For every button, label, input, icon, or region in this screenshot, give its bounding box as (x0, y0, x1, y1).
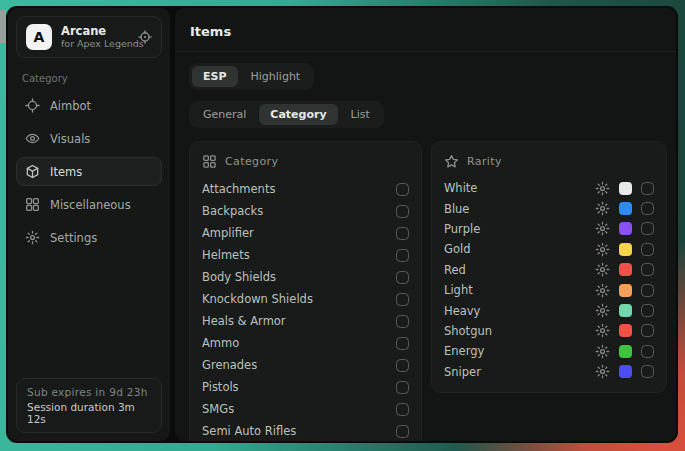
category-row-attachments[interactable]: Attachments (202, 178, 409, 200)
color-swatch-blue[interactable] (619, 202, 632, 215)
checkbox-light[interactable] (641, 284, 654, 297)
category-row-body-shields[interactable]: Body Shields (202, 266, 409, 288)
mode-button-esp[interactable]: ESP (192, 66, 238, 87)
checkbox-ammo[interactable] (396, 337, 409, 350)
category-row-grenades[interactable]: Grenades (202, 354, 409, 376)
checkbox-body-shields[interactable] (396, 271, 409, 284)
rarity-row-energy[interactable]: Energy (444, 341, 654, 361)
rarity-row-sniper[interactable]: Sniper (444, 362, 654, 382)
checkbox-purple[interactable] (641, 222, 654, 235)
rarity-row-label: White (444, 181, 595, 195)
category-row-label: Amplifier (202, 226, 254, 240)
category-row-knockdown-shields[interactable]: Knockdown Shields (202, 288, 409, 310)
checkbox-knockdown-shields[interactable] (396, 293, 409, 306)
checkbox-helmets[interactable] (396, 249, 409, 262)
rarity-row-light[interactable]: Light (444, 280, 654, 300)
category-list: AttachmentsBackpacksAmplifierHelmetsBody… (202, 178, 409, 441)
color-swatch-shotgun[interactable] (619, 324, 632, 337)
sidebar-item-aimbot[interactable]: Aimbot (16, 91, 162, 120)
rarity-row-label: Blue (444, 202, 595, 216)
category-row-backpacks[interactable]: Backpacks (202, 200, 409, 222)
sidebar-item-items[interactable]: Items (16, 157, 162, 186)
mode-toggle-group: ESPHighlight (189, 63, 314, 90)
gear-icon[interactable] (595, 262, 610, 277)
category-row-semi-auto-rifles[interactable]: Semi Auto Rifles (202, 420, 409, 441)
gear-icon[interactable] (595, 364, 610, 379)
color-swatch-gold[interactable] (619, 243, 632, 256)
color-swatch-red[interactable] (619, 263, 632, 276)
color-swatch-light[interactable] (619, 284, 632, 297)
gear-icon (25, 230, 40, 245)
rarity-row-shotgun[interactable]: Shotgun (444, 321, 654, 341)
rarity-row-white[interactable]: White (444, 178, 654, 198)
sidebar-item-label: Settings (50, 231, 97, 245)
category-row-heals-armor[interactable]: Heals & Armor (202, 310, 409, 332)
checkbox-gold[interactable] (641, 243, 654, 256)
tab-list[interactable]: List (340, 104, 381, 125)
category-row-label: Pistols (202, 380, 239, 394)
checkbox-amplifier[interactable] (396, 227, 409, 240)
tab-general[interactable]: General (192, 104, 257, 125)
mode-button-highlight[interactable]: Highlight (240, 66, 312, 87)
checkbox-red[interactable] (641, 263, 654, 276)
sidebar-item-miscellaneous[interactable]: Miscellaneous (16, 190, 162, 219)
main-header: Items (175, 8, 676, 52)
gear-icon[interactable] (595, 181, 610, 196)
category-row-ammo[interactable]: Ammo (202, 332, 409, 354)
category-row-label: SMGs (202, 402, 234, 416)
rarity-panel: Rarity WhiteBluePurpleGoldRedLightHeavyS… (431, 141, 667, 393)
color-swatch-white[interactable] (619, 182, 632, 195)
category-row-amplifier[interactable]: Amplifier (202, 222, 409, 244)
gear-icon[interactable] (595, 344, 610, 359)
rarity-row-heavy[interactable]: Heavy (444, 300, 654, 320)
rarity-row-red[interactable]: Red (444, 260, 654, 280)
checkbox-pistols[interactable] (396, 381, 409, 394)
color-swatch-heavy[interactable] (619, 304, 632, 317)
tab-category[interactable]: Category (259, 104, 337, 125)
gear-icon[interactable] (595, 303, 610, 318)
checkbox-attachments[interactable] (396, 183, 409, 196)
gear-icon[interactable] (595, 201, 610, 216)
rarity-list: WhiteBluePurpleGoldRedLightHeavyShotgunE… (444, 178, 654, 382)
category-row-helmets[interactable]: Helmets (202, 244, 409, 266)
color-swatch-sniper[interactable] (619, 365, 632, 378)
color-swatch-purple[interactable] (619, 222, 632, 235)
target-icon[interactable] (138, 30, 152, 44)
checkbox-backpacks[interactable] (396, 205, 409, 218)
app-logo: A (26, 24, 52, 50)
sidebar: A Arcane for Apex Legends Category Aimbo… (8, 8, 170, 441)
color-swatch-energy[interactable] (619, 345, 632, 358)
checkbox-heavy[interactable] (641, 304, 654, 317)
gear-icon[interactable] (595, 323, 610, 338)
gear-icon[interactable] (595, 242, 610, 257)
checkbox-sniper[interactable] (641, 365, 654, 378)
checkbox-heals-armor[interactable] (396, 315, 409, 328)
gear-icon[interactable] (595, 283, 610, 298)
rarity-row-purple[interactable]: Purple (444, 219, 654, 239)
category-row-label: Attachments (202, 182, 275, 196)
sidebar-item-visuals[interactable]: Visuals (16, 124, 162, 153)
sidebar-item-label: Aimbot (50, 99, 91, 113)
checkbox-semi-auto-rifles[interactable] (396, 425, 409, 438)
brand-card: A Arcane for Apex Legends (16, 16, 162, 58)
box-icon (25, 164, 40, 179)
checkbox-energy[interactable] (641, 345, 654, 358)
checkbox-smgs[interactable] (396, 403, 409, 416)
rarity-row-label: Purple (444, 222, 595, 236)
category-row-pistols[interactable]: Pistols (202, 376, 409, 398)
tab-group: GeneralCategoryList (189, 101, 384, 128)
category-panel-title: Category (225, 155, 278, 168)
gear-icon[interactable] (595, 221, 610, 236)
rarity-row-blue[interactable]: Blue (444, 198, 654, 218)
checkbox-grenades[interactable] (396, 359, 409, 372)
checkbox-white[interactable] (641, 182, 654, 195)
category-row-label: Helmets (202, 248, 250, 262)
rarity-row-gold[interactable]: Gold (444, 239, 654, 259)
sidebar-item-settings[interactable]: Settings (16, 223, 162, 252)
rarity-row-label: Sniper (444, 365, 595, 379)
checkbox-blue[interactable] (641, 202, 654, 215)
rarity-row-label: Gold (444, 242, 595, 256)
checkbox-shotgun[interactable] (641, 324, 654, 337)
category-row-label: Grenades (202, 358, 257, 372)
category-row-smgs[interactable]: SMGs (202, 398, 409, 420)
